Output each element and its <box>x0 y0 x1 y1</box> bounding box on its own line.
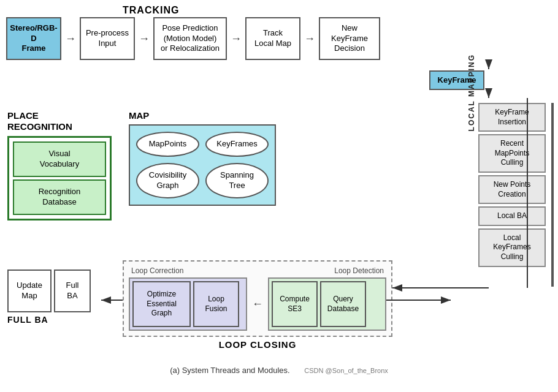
stereo-rgb-box: Stereo/RGB-DFrame <box>6 17 61 60</box>
full-ba-boxes: UpdateMap FullBA <box>7 270 91 312</box>
arrow-3: → <box>231 32 242 45</box>
place-recognition-box: VisualVocabulary RecognitionDatabase <box>7 136 112 221</box>
local-mapping-col: LOCAL MAPPING KeyFrameInsertion RecentMa… <box>478 17 549 268</box>
query-database-box: QueryDatabase <box>320 281 366 327</box>
loop-fusion-box: LoopFusion <box>193 281 239 327</box>
local-mapping-label: LOCAL MAPPING <box>467 54 476 131</box>
loop-detection-sublabel: Loop Detection <box>334 266 384 275</box>
map-label: MAP <box>129 110 276 121</box>
keyframes-oval: KeyFrames <box>205 132 269 157</box>
loop-closing-outer: Loop Correction Loop Detection OptimizeE… <box>123 260 392 337</box>
pose-prediction-box: Pose Prediction(Motion Model)or Relocali… <box>153 17 227 60</box>
arrow-1: → <box>65 32 76 45</box>
loop-arrow: ← <box>251 277 264 331</box>
full-ba-label: FULL BA <box>7 315 91 325</box>
caption-text: (a) System Threads and Modules. <box>170 366 290 375</box>
compute-se3-box: ComputeSE3 <box>272 281 318 327</box>
diagram: TRACKING Stereo/RGB-DFrame → Pre-process… <box>0 0 558 380</box>
keyframe-badge: KeyFrame <box>429 70 484 90</box>
loop-closing-section: Loop Correction Loop Detection OptimizeE… <box>123 260 392 350</box>
place-recognition-label: PLACERECOGNITION <box>7 110 112 132</box>
caption-credit: CSDN @Son_of_the_Bronx <box>304 367 388 374</box>
lm-right-border <box>551 103 554 287</box>
place-recognition-section: PLACERECOGNITION VisualVocabulary Recogn… <box>7 110 112 221</box>
map-outer-box: MapPoints KeyFrames CovisibilityGraph Sp… <box>129 124 276 206</box>
tracking-row: Stereo/RGB-DFrame → Pre-processInput → P… <box>6 17 380 60</box>
full-ba-box: FullBA <box>54 270 91 312</box>
loop-closing-label: LOOP CLOSING <box>123 339 392 350</box>
map-section: MAP MapPoints KeyFrames CovisibilityGrap… <box>129 110 276 206</box>
track-local-map-box: TrackLocal Map <box>245 17 300 60</box>
lm-keyframe-insertion: KeyFrameInsertion <box>478 103 546 132</box>
mappoints-oval: MapPoints <box>136 132 199 157</box>
map-grid: MapPoints KeyFrames CovisibilityGraph Sp… <box>136 132 269 198</box>
new-keyframe-box: New KeyFrameDecision <box>319 17 380 60</box>
loop-correction-sublabel: Loop Correction <box>131 266 183 275</box>
covisibility-graph-oval: CovisibilityGraph <box>136 163 199 198</box>
loop-inner-row: OptimizeEssentialGraph LoopFusion ← Comp… <box>129 277 386 331</box>
arrow-4: → <box>304 32 315 45</box>
loop-correction-group: OptimizeEssentialGraph LoopFusion <box>129 277 247 331</box>
loop-detection-group: ComputeSE3 QueryDatabase <box>268 277 386 331</box>
optimize-essential-graph-box: OptimizeEssentialGraph <box>132 281 191 327</box>
update-map-box: UpdateMap <box>7 270 52 312</box>
lm-recent-mappoints-culling: RecentMapPointsCulling <box>478 134 546 173</box>
loop-sublabels: Loop Correction Loop Detection <box>129 266 386 275</box>
preprocess-box: Pre-processInput <box>80 17 135 60</box>
lm-local-keyframes-culling: LocalKeyFramesCulling <box>478 228 546 267</box>
full-ba-section: UpdateMap FullBA FULL BA <box>7 270 91 325</box>
lm-local-ba: Local BA <box>478 206 546 226</box>
spanning-tree-oval: SpanningTree <box>205 163 269 198</box>
visual-vocabulary-box: VisualVocabulary <box>13 141 106 177</box>
caption: (a) System Threads and Modules. CSDN @So… <box>0 366 558 375</box>
arrow-2: → <box>139 32 150 45</box>
recognition-database-box: RecognitionDatabase <box>13 179 106 215</box>
tracking-label: TRACKING <box>123 5 179 16</box>
lm-new-points-creation: New PointsCreation <box>478 175 546 204</box>
